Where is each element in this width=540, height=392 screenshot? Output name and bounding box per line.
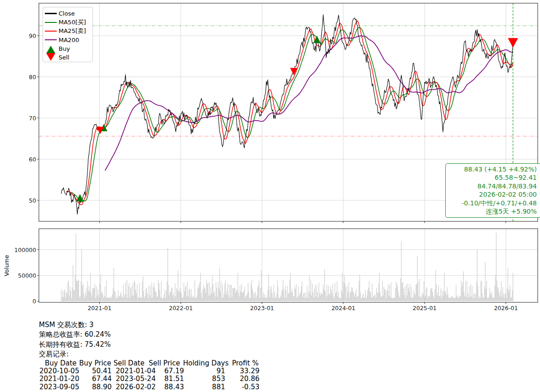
- price-ytick-50: 50: [22, 197, 36, 204]
- cell-days: 853: [184, 375, 225, 383]
- legend-item-ma25: MA25[卖]: [43, 27, 92, 35]
- close-line-swatch: [43, 13, 59, 14]
- legend-label: Close: [59, 10, 75, 17]
- price-ytick-60: 60: [22, 156, 36, 163]
- cell-buy-price: 50.41: [85, 367, 112, 375]
- sell-triangle-icon: [43, 54, 59, 61]
- ma50-line-swatch: [43, 22, 59, 23]
- cell-sell-date: 2026-02-02: [116, 383, 159, 391]
- annot-signal: -0.10/中性/+0.71/+0.48: [449, 199, 537, 207]
- chart-legend: Close MA50[买] MA25[卖] MA200 Buy Sell: [43, 7, 93, 62]
- volume-ytick-50000: 50000: [13, 272, 36, 279]
- volume-axis-label: Volume: [3, 252, 10, 280]
- cell-days: 881: [184, 383, 225, 391]
- legend-label: MA200: [59, 37, 79, 43]
- cell-buy-price: 67.44: [85, 375, 112, 383]
- x-tick-2022-01: 2022-01: [165, 305, 197, 311]
- ma200-line-swatch: [43, 39, 59, 40]
- cell-profit: 33.29: [225, 367, 259, 375]
- volume-ytick-100000: 100000: [13, 247, 36, 253]
- x-tick-2026-01: 2026-01: [490, 305, 522, 311]
- annot-last-price: 88.43 (+4.15 +4.92%): [449, 165, 537, 173]
- x-tick-2023-01: 2023-01: [246, 305, 278, 311]
- legend-item-close: Close: [43, 9, 92, 18]
- volume-ytick-0: 0: [13, 298, 36, 305]
- quote-annotation-box: 88.43 (+4.15 +4.92%) 65.58~92.41 84.74/8…: [445, 163, 540, 218]
- legend-item-buy: Buy: [43, 44, 92, 53]
- legend-item-sell: Sell: [43, 53, 92, 62]
- cell-buy-price: 88.90: [85, 383, 112, 391]
- legend-label: Buy: [59, 45, 70, 52]
- col-sell-date: Sell Date: [113, 360, 145, 367]
- legend-label: MA25[卖]: [59, 27, 86, 34]
- cell-profit: 20.86: [225, 375, 259, 383]
- col-sell-price: Sell Price: [149, 360, 180, 367]
- trade-log-title: 交易记录:: [39, 349, 111, 359]
- ma25-line-swatch: [43, 31, 59, 32]
- strategy-summary: MSM 交易次数: 3 策略总收益率: 60.24% 长期持有收益: 75.42…: [39, 320, 111, 360]
- hold-return-line: 长期持有收益: 75.42%: [39, 340, 111, 349]
- legend-item-ma50: MA50[买]: [43, 18, 92, 27]
- legend-label: MA50[买]: [59, 19, 86, 26]
- cell-sell-date: 2023-05-24: [116, 375, 159, 383]
- col-buy-date: Buy Date: [45, 360, 76, 367]
- price-ytick-70: 70: [22, 115, 36, 122]
- col-holding-days: Holding Days: [183, 360, 229, 367]
- annot-range: 65.58~92.41: [449, 173, 537, 182]
- strategy-return-line: 策略总收益率: 60.24%: [39, 330, 111, 339]
- col-buy-price: Buy Price: [79, 360, 111, 367]
- buy-triangle-icon: [43, 44, 59, 54]
- cell-days: 91: [184, 367, 225, 375]
- cell-profit: -0.53: [225, 383, 259, 391]
- cell-sell-price: 81.51: [159, 375, 184, 383]
- legend-item-ma200: MA200: [43, 36, 92, 44]
- cell-sell-price: 67.19: [159, 367, 184, 375]
- x-tick-2024-01: 2024-01: [327, 305, 359, 311]
- cell-sell-date: 2021-01-04: [116, 367, 159, 375]
- cell-buy-date: 2023-09-05: [39, 383, 85, 391]
- trade-count-line: MSM 交易次数: 3: [39, 320, 111, 330]
- annot-ma-values: 84.74/84.78/83.94: [449, 182, 537, 190]
- cell-buy-date: 2020-10-05: [39, 367, 85, 375]
- legend-label: Sell: [59, 54, 69, 61]
- cell-sell-price: 88.43: [159, 383, 184, 391]
- cell-buy-date: 2021-01-20: [39, 375, 85, 383]
- annot-timestamp: 2026-02-02 05:00: [449, 190, 537, 199]
- col-profit: Profit %: [232, 360, 259, 367]
- price-ytick-90: 90: [22, 32, 36, 39]
- annot-streak: 连涨5天 +5.90%: [449, 207, 537, 215]
- price-ytick-80: 80: [22, 74, 36, 81]
- x-tick-2025-01: 2025-01: [409, 305, 441, 311]
- strategy-backtest-figure: 50 60 70 80 90 0 50000 100000 Volume 202…: [0, 0, 540, 392]
- x-tick-2021-01: 2021-01: [84, 305, 116, 311]
